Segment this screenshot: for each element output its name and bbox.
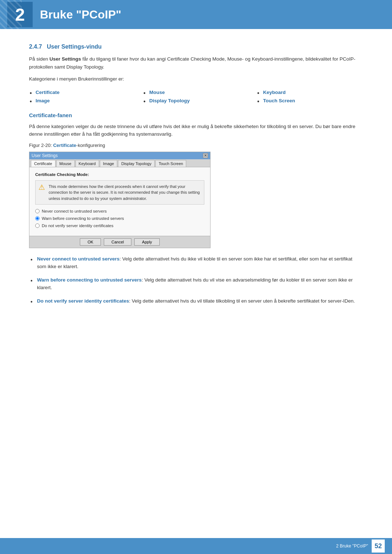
bullet-warn-before-term: Warn before connecting to untrusted serv… — [37, 277, 142, 283]
page-number: 52 — [372, 539, 385, 553]
bullet-do-not-verify-text: : Velg dette alternativet hvis du vil ti… — [129, 298, 355, 304]
dialog-body: Certificate Checking Mode: ⚠ This mode d… — [29, 167, 210, 236]
categories-grid: Certificate Mouse Keyboard Image Display… — [29, 90, 363, 103]
bullet-do-not-verify-term: Do not verify server identity certificat… — [37, 298, 129, 304]
tab-certificate[interactable]: Certificate — [31, 160, 56, 167]
certificate-checking-label: Certificate Checking Mode: — [35, 172, 204, 177]
ok-button[interactable]: OK — [80, 238, 101, 246]
radio-do-not-verify-label: Do not verify server identity certificat… — [42, 223, 114, 228]
warning-text: This mode determines how the client proc… — [49, 184, 201, 202]
dialog-titlebar: User Settings ✕ — [29, 152, 210, 159]
intro-paragraph-2: Kategoriene i menyen Brukerinnstillinger… — [29, 75, 363, 83]
figure-caption-rest: -konfigurering — [76, 143, 105, 148]
header-banner: 2 Bruke "PCoIP" — [0, 0, 392, 29]
category-display-topology: Display Topology — [143, 98, 249, 103]
user-settings-dialog: User Settings ✕ Certificate Mouse Keyboa… — [29, 152, 211, 249]
dialog-title: User Settings — [32, 153, 58, 158]
section-heading: 2.4.7 User Settings-vindu — [29, 44, 363, 50]
certificate-fanen-heading: Certificate-fanen — [29, 112, 363, 118]
warning-icon: ⚠ — [38, 184, 45, 191]
apply-button[interactable]: Apply — [134, 238, 160, 246]
footer-text: 2 Bruke "PCoIP" — [336, 543, 368, 549]
page-footer: 2 Bruke "PCoIP" 52 — [0, 538, 392, 554]
section-title: User Settings-vindu — [47, 44, 102, 50]
radio-option-do-not-verify: Do not verify server identity certificat… — [35, 223, 204, 228]
radio-do-not-verify[interactable] — [35, 223, 40, 228]
cert-intro-paragraph: På denne kategorien velger du de neste t… — [29, 123, 363, 138]
header-stripes — [0, 0, 22, 29]
radio-never-label: Never connect to untrusted servers — [42, 209, 107, 213]
tab-display-topology[interactable]: Display Topology — [118, 160, 155, 167]
intro-text-before: På siden — [29, 56, 49, 62]
dialog-close-button[interactable]: ✕ — [203, 153, 208, 158]
bullet-warn-before: Warn before connecting to untrusted serv… — [29, 276, 363, 292]
bullet-do-not-verify: Do not verify server identity certificat… — [29, 297, 363, 305]
category-mouse: Mouse — [143, 90, 249, 95]
header-title: Bruke "PCoIP" — [40, 8, 121, 21]
figure-caption-prefix: Figur 2-20: — [29, 143, 53, 148]
category-touch-screen: Touch Screen — [257, 98, 363, 103]
body-bullet-list: Never connect to untrusted servers: Velg… — [29, 255, 363, 305]
main-content: 2.4.7 User Settings-vindu På siden User … — [0, 29, 392, 341]
tab-keyboard[interactable]: Keyboard — [75, 160, 99, 167]
bullet-never-connect: Never connect to untrusted servers: Velg… — [29, 255, 363, 271]
radio-option-never: Never connect to untrusted servers — [35, 209, 204, 213]
figure-caption: Figur 2-20: Certificate-konfigurering — [29, 143, 363, 148]
radio-warn-label: Warn before connecting to untrusted serv… — [42, 216, 124, 221]
category-keyboard: Keyboard — [257, 90, 363, 95]
cancel-button[interactable]: Cancel — [104, 238, 131, 246]
dialog-footer: OK Cancel Apply — [29, 236, 210, 248]
category-certificate: Certificate — [29, 90, 135, 95]
section-number: 2.4.7 — [29, 44, 42, 50]
radio-warn-before[interactable] — [35, 216, 40, 221]
tab-touch-screen[interactable]: Touch Screen — [155, 160, 186, 167]
intro-paragraph-1: På siden User Settings får du tilgang ti… — [29, 55, 363, 71]
bullet-never-connect-term: Never connect to untrusted servers — [37, 256, 119, 262]
dialog-tabs-bar: Certificate Mouse Keyboard Image Display… — [29, 159, 210, 167]
radio-option-warn: Warn before connecting to untrusted serv… — [35, 216, 204, 221]
tab-image[interactable]: Image — [100, 160, 118, 167]
category-image: Image — [29, 98, 135, 103]
intro-bold: User Settings — [49, 56, 81, 62]
warning-box: ⚠ This mode determines how the client pr… — [35, 180, 204, 205]
radio-never-connect[interactable] — [35, 209, 40, 213]
tab-mouse[interactable]: Mouse — [56, 160, 75, 167]
figure-caption-bold: Certificate — [53, 143, 76, 148]
